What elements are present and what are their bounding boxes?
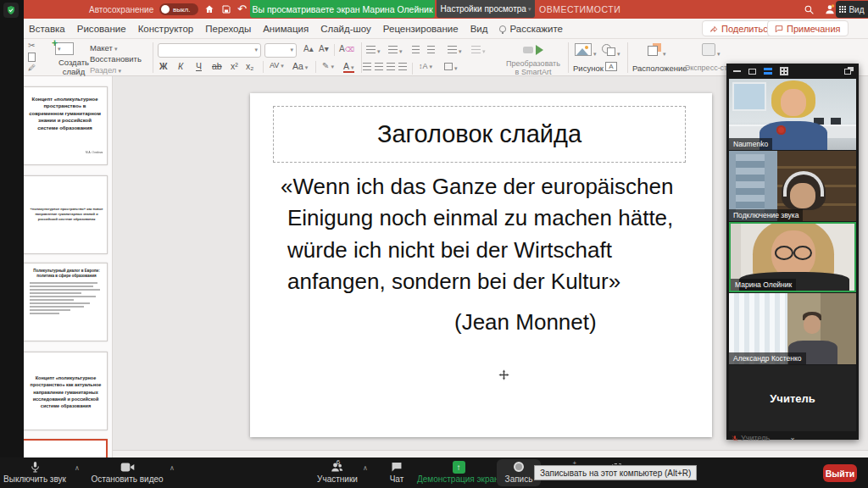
stop-video-button[interactable]: Остановить видео xyxy=(88,460,166,484)
video-tile[interactable]: Александр Костенко xyxy=(729,293,856,364)
video-tile[interactable]: Naumenko xyxy=(729,79,856,150)
popout-panel-icon[interactable] xyxy=(844,67,854,75)
arrange-button[interactable] xyxy=(648,43,666,58)
tab-review[interactable]: Рецензирование xyxy=(383,24,459,34)
cut-icon[interactable]: ✂ xyxy=(28,41,35,50)
chat-button[interactable]: Чат xyxy=(378,460,415,484)
mute-button[interactable]: Выключить звук xyxy=(2,460,68,484)
align-left-button[interactable] xyxy=(363,63,371,72)
clear-formatting-button[interactable]: A⌫ xyxy=(339,44,354,53)
home-icon[interactable] xyxy=(204,0,214,19)
thumbnail-slide-5-current[interactable] xyxy=(24,439,108,458)
speaker-view-icon[interactable] xyxy=(748,69,756,75)
superscript-button[interactable]: x² xyxy=(231,61,238,71)
insert-shapes-button[interactable] xyxy=(602,44,620,58)
tab-view[interactable]: Вид xyxy=(470,24,488,34)
collapse-panel-chevron-icon[interactable]: ⌄ xyxy=(789,433,796,441)
mute-options-chevron[interactable]: ∧ xyxy=(75,464,80,472)
share-arrow-icon xyxy=(709,25,718,33)
increase-indent-button[interactable] xyxy=(427,46,435,55)
thumbnail-slide-3[interactable]: Поликультурный диалог в Европе: политика… xyxy=(24,263,108,341)
thumbnail-slide-1[interactable]: Концепт «поликультурное пространство» в … xyxy=(24,86,108,165)
save-icon[interactable] xyxy=(221,0,231,19)
format-painter-icon[interactable]: 🖉 xyxy=(28,64,36,72)
participant-name: Naumenko xyxy=(729,138,772,150)
group-divider xyxy=(568,42,569,73)
record-button[interactable]: Запись xyxy=(498,460,539,484)
quote-line: anfangen, sondern bei der Kultur» xyxy=(281,266,693,297)
font-size-select[interactable] xyxy=(264,43,297,58)
text-box-button[interactable]: A xyxy=(605,62,617,71)
share-screen-button[interactable]: ↑ Демонстрация экрана xyxy=(417,460,500,484)
view-settings-dropdown[interactable]: Настройки просмотра xyxy=(437,0,535,18)
change-case-button[interactable]: Aa xyxy=(292,61,308,71)
decrease-indent-button[interactable] xyxy=(412,46,420,55)
columns-button[interactable] xyxy=(471,46,486,55)
video-tile[interactable]: Подключение звука xyxy=(729,151,856,221)
participant-name: Подключение звука xyxy=(729,209,803,221)
align-right-button[interactable] xyxy=(387,63,395,72)
lightbulb-icon xyxy=(499,25,506,32)
comments-button[interactable]: Примечания xyxy=(767,20,849,36)
grow-font-button[interactable]: A▴ xyxy=(303,44,314,53)
italic-button[interactable]: К xyxy=(178,61,183,71)
participants-button[interactable]: 6 Участники xyxy=(307,460,368,484)
gallery-strip-view-icon[interactable] xyxy=(764,68,772,75)
underline-button[interactable]: Ч xyxy=(196,61,202,71)
current-slide-canvas[interactable]: Заголовок слайда «Wenn ich das Ganze der… xyxy=(250,93,712,437)
slide-title-placeholder[interactable]: Заголовок слайда xyxy=(273,106,686,163)
smartart-button[interactable]: Преобразовать в SmartArt xyxy=(504,44,563,77)
tab-design[interactable]: Конструктор xyxy=(138,24,194,34)
new-slide-button[interactable]: Создать слайд xyxy=(55,42,92,77)
search-icon[interactable] xyxy=(804,0,815,19)
zoom-view-button[interactable]: Вид xyxy=(836,1,868,18)
font-name-select[interactable] xyxy=(158,43,261,58)
paste-icon[interactable] xyxy=(28,53,36,62)
leave-meeting-button[interactable]: Выйти xyxy=(823,464,857,482)
font-color-button[interactable]: A xyxy=(343,61,354,73)
account-person-icon[interactable] xyxy=(824,0,836,19)
video-options-chevron[interactable]: ∧ xyxy=(170,464,175,472)
insert-picture-button[interactable] xyxy=(575,43,597,58)
shrink-font-button[interactable]: A▾ xyxy=(319,44,329,53)
reset-button[interactable]: Восстановить xyxy=(90,54,142,64)
video-tile-active-speaker[interactable]: Марина Олейник xyxy=(729,222,856,292)
autosave-label: Автосохранение xyxy=(89,0,153,19)
justify-button[interactable] xyxy=(398,63,407,72)
participants-options-chevron[interactable]: ∧ xyxy=(363,464,368,472)
desktop-left-strip xyxy=(0,0,24,488)
security-shield-icon[interactable] xyxy=(3,3,19,18)
undo-icon[interactable]: ↶ xyxy=(237,0,247,19)
align-text-button[interactable] xyxy=(444,63,458,72)
video-tile-no-video[interactable]: Учитель xyxy=(729,365,856,431)
slide-quote-block[interactable]: «Wenn ich das Ganze der europäischen Ein… xyxy=(281,171,693,338)
participants-count-badge: 6 xyxy=(337,458,340,466)
section-button[interactable]: Раздел xyxy=(90,65,121,75)
tab-transitions[interactable]: Переходы xyxy=(205,24,251,34)
bullets-button[interactable] xyxy=(366,46,381,55)
strikethrough-button[interactable]: ab xyxy=(212,61,222,71)
tell-me-box[interactable]: Расскажите xyxy=(499,24,563,34)
minimize-panel-icon[interactable] xyxy=(733,70,741,72)
tab-animations[interactable]: Анимация xyxy=(263,24,309,34)
tab-insert[interactable]: Вставка xyxy=(29,24,65,34)
thumbnail-slide-2[interactable]: «поликультурное пространство» как новое … xyxy=(24,175,108,254)
text-direction-button[interactable]: ↕A xyxy=(419,62,432,70)
text-highlight-button[interactable]: ✎ xyxy=(322,61,334,70)
align-center-button[interactable] xyxy=(375,63,383,72)
gallery-grid-view-icon[interactable] xyxy=(780,67,788,75)
tab-slideshow[interactable]: Слайд-шоу xyxy=(320,24,371,34)
quick-styles-button[interactable] xyxy=(702,43,721,58)
bold-button[interactable]: Ж xyxy=(159,61,168,71)
record-tooltip: Записывать на этот компьютер (Alt+R) xyxy=(534,465,697,480)
thumbnail-slide-4[interactable]: Концепт «поликультурное пространство» ка… xyxy=(24,352,108,430)
numbering-button[interactable] xyxy=(388,46,403,55)
participants-icon: 6 xyxy=(307,460,368,474)
tab-draw[interactable]: Рисование xyxy=(77,24,126,34)
line-spacing-button[interactable] xyxy=(448,46,462,55)
character-spacing-button[interactable]: AV xyxy=(270,61,284,69)
subscript-button[interactable]: x₂ xyxy=(246,61,253,71)
powerpoint-titlebar: Автосохранение выкл. ↶ ↻ Вы просматривае… xyxy=(24,0,868,19)
layout-button[interactable]: Макет xyxy=(90,43,117,53)
autosave-toggle[interactable]: выкл. xyxy=(159,3,198,15)
